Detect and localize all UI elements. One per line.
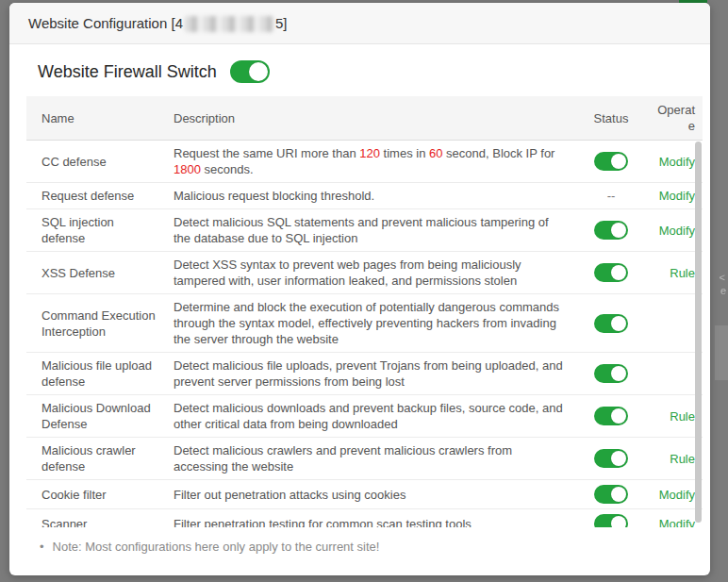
status-toggle[interactable] [594,449,628,468]
table-row: Request defenseMalicious request blockin… [26,183,703,209]
rule-name-cell: Command Execution Interception [26,294,166,353]
description-text: Filter out penetration attacks using coo… [174,488,405,502]
description-text: Detect malicious SQL statements and prev… [174,215,549,245]
rule-status-cell [576,141,646,183]
website-configuration-dialog: Website Configuration [45] Website Firew… [9,3,710,575]
firewall-settings-table: Name Description Status Operate CC defen… [26,96,703,527]
column-header-status: Status [576,96,646,141]
rule-name-cell: Malicious file upload defense [26,353,166,395]
rule-status-cell [576,509,646,528]
modify-link[interactable]: Modify [659,189,695,203]
rule-description-cell: Detect malicious file uploads, prevent T… [166,353,576,395]
description-text: second, Block IP for [442,146,554,160]
occluded-text-fragment: < [720,273,725,283]
rule-name-cell: XSS Defense [26,252,166,294]
table-row: Cookie filterFilter out penetration atta… [26,480,703,509]
status-toggle[interactable] [594,514,628,527]
modify-link[interactable]: Modify [659,517,695,528]
status-toggle[interactable] [594,407,628,425]
description-text: Filter penetration testing for common sc… [174,517,472,528]
rule-link[interactable]: Rule [670,409,695,424]
rule-description-cell: Detect malicious SQL statements and prev… [166,209,576,252]
table-row: XSS DefenseDetect XSS syntax to prevent … [26,252,703,294]
rule-link[interactable]: Rule [670,266,695,280]
firewall-switch-row: Website Firewall Switch [38,60,703,83]
website-firewall-toggle[interactable] [230,60,270,83]
rule-description-cell: Filter out penetration attacks using coo… [166,480,576,509]
table-row: Command Execution InterceptionDetermine … [26,294,703,353]
column-header-operate: Operate [646,96,703,141]
dialog-body: Website Firewall Switch Name Description… [9,60,710,554]
dialog-title: Website Configuration [45] [28,15,288,32]
status-toggle[interactable] [594,314,628,333]
modify-link[interactable]: Modify [659,224,695,238]
rule-status-cell [576,353,646,395]
rule-operate-cell: Modify [646,509,703,528]
table-body: CC defenseRequest the same URI more than… [26,141,703,528]
table-row: Malicious Download DefenseDetect malicio… [26,395,703,438]
table-row: SQL injection defenseDetect malicious SQ… [26,209,703,252]
status-toggle[interactable] [594,221,628,240]
vertical-scrollbar[interactable] [695,141,702,523]
rule-operate-cell: Modify [646,141,703,183]
redacted-site-identifier [185,16,273,32]
rule-status-cell [576,480,646,509]
status-toggle[interactable] [594,152,628,171]
description-text: Determine and block the execution of pot… [174,300,559,346]
rule-name-cell: Cookie filter [26,480,166,509]
rule-status-cell: -- [576,183,646,209]
table-row: Malicious crawler defenseDetect maliciou… [26,438,703,480]
description-highlight-value: 60 [429,146,442,160]
rule-status-cell [576,294,646,353]
column-header-description: Description [166,96,576,141]
rule-operate-cell [646,294,703,353]
dialog-title-bar: Website Configuration [45] [9,3,710,44]
description-highlight-value: 120 [359,146,380,160]
description-highlight-value: 1800 [174,162,201,176]
table-header-row: Name Description Status Operate [26,96,703,141]
occluded-text-fragment: e [720,286,726,296]
rule-description-cell: Detect XSS syntax to prevent web pages f… [166,252,576,294]
modify-link[interactable]: Modify [659,488,695,502]
description-text: Request the same URI more than [174,146,359,160]
rule-status-cell [576,395,646,438]
description-text: Detect malicious downloads and prevent b… [174,401,563,431]
rule-name-cell: Malicious Download Defense [26,395,166,438]
status-toggle[interactable] [594,485,628,504]
rule-description-cell: Malicious request blocking threshold. [166,183,576,209]
column-header-name: Name [26,96,166,141]
rule-operate-cell: Rule [646,252,703,294]
rule-description-cell: Request the same URI more than 120 times… [166,141,576,183]
status-toggle[interactable] [594,263,628,282]
description-text: Detect XSS syntax to prevent web pages f… [174,258,521,288]
modify-link[interactable]: Modify [659,155,695,169]
rule-description-cell: Detect malicious downloads and prevent b… [166,395,576,438]
status-toggle[interactable] [594,364,628,383]
rule-description-cell: Filter penetration testing for common sc… [166,509,576,528]
rule-name-cell: Scanner [26,509,166,528]
rule-link[interactable]: Rule [670,452,695,466]
footer-note: Note: Most configurations here only appl… [40,540,703,554]
rule-status-cell [576,209,646,252]
rule-operate-cell: Modify [646,480,703,509]
description-text: Detect malicious file uploads, prevent T… [174,358,563,389]
table-row: CC defenseRequest the same URI more than… [26,141,703,183]
occluded-page-fragment [715,325,728,380]
description-text: times in [380,146,429,160]
rule-description-cell: Determine and block the execution of pot… [166,294,576,353]
rule-name-cell: Malicious crawler defense [26,438,166,480]
table-row: Malicious file upload defenseDetect mali… [26,353,703,395]
firewall-settings-table-container: Name Description Status Operate CC defen… [26,96,703,527]
firewall-switch-label: Website Firewall Switch [38,62,217,82]
description-text: Malicious request blocking threshold. [174,189,374,203]
rule-operate-cell: Modify [646,183,703,209]
table-row: ScannerFilter penetration testing for co… [26,509,703,528]
rule-name-cell: SQL injection defense [26,209,166,252]
rule-operate-cell: Rule [646,438,703,480]
description-text: seconds. [201,162,254,176]
rule-status-cell [576,438,646,480]
rule-operate-cell [646,353,703,395]
rule-status-cell [576,252,646,294]
rule-operate-cell: Modify [646,209,703,252]
description-text: Detect malicious crawlers and prevent ma… [174,443,512,474]
